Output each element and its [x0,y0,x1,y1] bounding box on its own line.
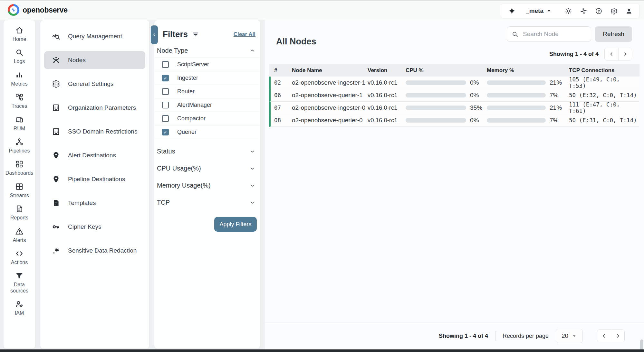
usage-cell: 21% [487,104,569,111]
filter-section-cpu-usage[interactable]: CPU Usage(%) [154,160,260,177]
refresh-button[interactable]: Refresh [595,26,632,42]
table-row[interactable]: 07o2-openobserve-ingester-0v0.16.0-rc135… [269,102,639,114]
menu-item-label: Templates [68,199,96,207]
node-type-options: ScriptServer✓IngesterRouterAlertManagerC… [154,58,260,139]
collapse-filters-button[interactable] [151,25,158,44]
checkbox-checked-icon[interactable]: ✓ [162,129,169,135]
filter-option-router[interactable]: Router [154,85,260,98]
dashboard-icon [15,160,24,168]
checkbox-unchecked-icon[interactable] [162,102,169,108]
previous-page-button[interactable] [597,330,611,342]
app-logo-text: openobserve [23,6,68,14]
sidebar-item-logs[interactable]: Logs [4,45,35,67]
filter-option-alertmanager[interactable]: AlertManager [154,98,260,112]
sidebar-item-dashboards[interactable]: Dashboards [4,157,35,179]
menu-item-nodes[interactable]: Nodes [44,51,145,69]
usage-cell: 21% [487,79,569,86]
node-name: o2-openobserve-ingester-1 [292,79,368,86]
column-header-version: Version [368,67,406,74]
openobserve-logo-icon [8,4,19,16]
node-type-label: Node Type [157,47,188,54]
filter-option-label: ScriptServer [177,61,209,68]
chevron-left-icon [609,51,614,57]
next-page-button[interactable] [618,48,632,60]
search-icon [512,31,518,38]
checkbox-unchecked-icon[interactable] [162,115,169,122]
column-header-cpu: CPU % [406,67,487,74]
sidebar-item-home[interactable]: Home [4,23,35,45]
clear-all-link[interactable]: Clear All [234,31,255,38]
next-page-button[interactable] [611,330,624,342]
column-header-num: # [274,67,292,74]
menu-item-templates[interactable]: Templates [44,194,145,212]
sidebar-item-data-sources[interactable]: Data sources [4,268,35,297]
menu-item-label: Pipeline Destinations [68,176,125,183]
apply-filters-button[interactable]: Apply Filters [214,217,257,232]
filter-section-label: TCP [157,199,170,206]
menu-item-cipher-keys[interactable]: Cipher Keys [44,218,145,236]
gear-icon[interactable] [610,7,618,15]
checkbox-checked-icon[interactable]: ✓ [162,75,169,81]
query-management-icon [52,32,60,41]
page-title: All Nodes [276,37,316,47]
menu-item-query-management[interactable]: Query Management [44,27,145,45]
search-node-input[interactable] [522,30,586,38]
chevron-down-icon [249,182,255,189]
sidebar-item-reports[interactable]: Reports [4,201,35,224]
filter-section-memory-usage[interactable]: Memory Usage(%) [154,177,260,194]
filter-section-status[interactable]: Status [154,143,260,160]
app-logo[interactable]: openobserve [8,4,68,16]
help-icon[interactable]: ? [595,7,602,15]
sidebar-item-label: Alerts [13,237,26,243]
filter-option-querier[interactable]: ✓Querier [154,125,260,139]
organization-selector[interactable]: _meta [526,7,552,14]
filter-option-label: Ingester [177,75,198,81]
filter-lines-icon [192,31,199,38]
checkbox-unchecked-icon[interactable] [162,88,169,95]
table-header-row: #Node NameVersionCPU %Memory %TCP Connec… [269,64,639,77]
sidebar-item-label: Actions [11,260,28,265]
tcp-connections: 105 (E:49, C:0, T:53) [569,76,639,89]
menu-item-organization-parameters[interactable]: Organization Parameters [44,99,145,117]
sidebar-item-label: IAM [15,310,24,316]
chevron-up-icon [249,48,255,54]
table-row[interactable]: 02o2-openobserve-ingester-1v0.16.0-rc10%… [269,77,639,89]
table-row[interactable]: 06o2-openobserve-querier-1v0.16.0-rc10%7… [269,89,639,102]
usage-cell: 0% [406,117,487,124]
profile-icon[interactable] [625,7,633,15]
node-type-section-header[interactable]: Node Type [154,44,260,58]
filter-section-label: CPU Usage(%) [157,165,201,172]
sun-icon[interactable] [565,7,572,15]
sidebar-item-actions[interactable]: Actions [4,246,35,268]
filter-option-scriptserver[interactable]: ScriptServer [154,58,260,71]
sidebar-item-pipelines[interactable]: Pipelines [4,134,35,157]
sidebar-item-rum[interactable]: RUM [4,112,35,134]
chevron-down-icon [249,148,255,154]
checkbox-unchecked-icon[interactable] [162,61,169,68]
node-version: v0.16.0-rc1 [368,79,406,86]
filter-option-compactor[interactable]: Compactor [154,112,260,125]
filter-section-label: Status [157,148,175,155]
menu-item-general-settings[interactable]: General Settings [44,75,145,93]
topbar-actions: _meta ? [501,3,639,19]
filter-option-ingester[interactable]: ✓Ingester [154,71,260,85]
slack-icon[interactable] [580,7,587,15]
table-row[interactable]: 08o2-openobserve-querier-0v0.16.0-rc10%7… [269,114,639,127]
sidebar-item-alerts[interactable]: Alerts [4,224,35,246]
menu-item-alert-destinations[interactable]: Alert Destinations [44,146,145,164]
menu-item-sensitive-data-redaction[interactable]: Sensitive Data Redaction [44,242,145,260]
sidebar-item-iam[interactable]: IAM [4,297,35,319]
menu-item-pipeline-destinations[interactable]: Pipeline Destinations [44,170,145,188]
menu-item-sso-domain-restrictions[interactable]: SSO Domain Restrictions [44,123,145,141]
usage-value: 21% [550,79,562,86]
page-size-select[interactable]: 20 [556,329,583,343]
menu-item-label: Nodes [68,57,86,64]
filter-section-tcp[interactable]: TCP [154,194,260,211]
collapsed-filter-sections: StatusCPU Usage(%)Memory Usage(%)TCP [154,143,260,211]
sparkle-icon[interactable] [508,7,516,15]
sidebar-item-streams[interactable]: Streams [4,179,35,201]
previous-page-button[interactable] [605,48,618,60]
bar-chart-icon [15,71,24,79]
sidebar-item-traces[interactable]: Traces [4,90,35,112]
sidebar-item-metrics[interactable]: Metrics [4,68,35,90]
